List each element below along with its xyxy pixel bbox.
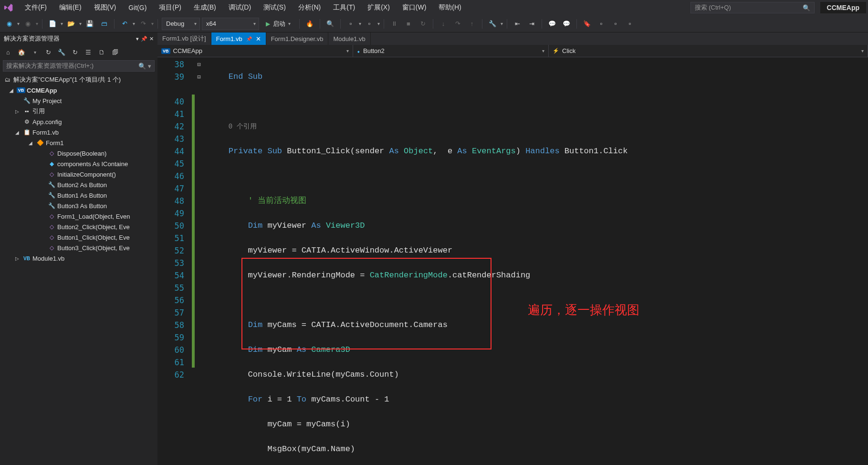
copy-icon[interactable]: 🗐	[110, 47, 120, 57]
module1-node[interactable]: ▷ VB Module1.vb	[0, 253, 157, 264]
button3-field-node[interactable]: 🔧 Button3 As Button	[0, 201, 157, 211]
save-button[interactable]: 💾	[84, 18, 96, 30]
nav-back-button[interactable]: ◉	[3, 18, 15, 30]
nav-object-dropdown[interactable]: ⬥ Button2 ▾	[353, 45, 549, 57]
app-config-node[interactable]: ⚙ App.config	[0, 116, 157, 127]
solution-node[interactable]: 🗂 解决方案"CCMEApp"(1 个项目/共 1 个)	[0, 74, 157, 85]
expander-icon[interactable]: ◢	[10, 88, 15, 93]
menu-window[interactable]: 窗口(W)	[397, 1, 432, 14]
config-dropdown[interactable]: Debug	[162, 18, 200, 30]
menu-debug[interactable]: 调试(D)	[223, 1, 257, 14]
button3-click-node[interactable]: ◇ Button3_Click(Object, Eve	[0, 243, 157, 253]
nav-method-dropdown[interactable]: ⚡ Click ▾	[549, 45, 868, 57]
tab-form1-designer[interactable]: Form1.Designer.vb	[266, 32, 329, 45]
start-debug-button[interactable]: ▶ 启动 ▾	[261, 18, 295, 30]
code-content[interactable]: End Sub 0 个引用 Private Sub Button1_Click(…	[203, 57, 868, 465]
refresh-icon[interactable]: ↻	[70, 47, 80, 57]
nav-forward-button[interactable]: ◉	[21, 18, 34, 30]
form-icon: 📋	[23, 129, 31, 136]
button-b[interactable]: ▫	[363, 18, 376, 30]
sync-icon[interactable]: 🏠	[16, 47, 27, 57]
stop-button[interactable]: ■	[402, 18, 415, 30]
button2-click-node[interactable]: ◇ Button2_Click(Object, Eve	[0, 222, 157, 232]
open-button[interactable]: 📂	[65, 18, 77, 30]
step-over-button[interactable]: ↷	[451, 18, 464, 30]
tab-form1-design[interactable]: Form1.vb [设计]	[157, 32, 211, 45]
my-project-node[interactable]: 🔧 My Project	[0, 95, 157, 106]
code-editor[interactable]: 3839404142434445464748495051525354555657…	[157, 57, 868, 465]
new-project-button[interactable]: 📄	[46, 18, 59, 30]
panel-close-icon[interactable]: ✕	[149, 36, 154, 42]
menu-file[interactable]: 文件(F)	[19, 1, 52, 14]
form1-vb-node[interactable]: ◢ 📋 Form1.vb	[0, 127, 157, 137]
menu-git[interactable]: Git(G)	[123, 2, 152, 13]
redo-button[interactable]: ↷	[137, 18, 149, 30]
button1-click-node[interactable]: ◇ Button1_Click(Object, Eve	[0, 232, 157, 243]
pin-icon[interactable]: 📌	[246, 36, 252, 42]
solution-search-input[interactable]: 搜索解决方案资源管理器(Ctrl+;) 🔍 ▾	[3, 60, 155, 72]
tab-form1-vb[interactable]: Form1.vb 📌 ✕	[211, 32, 266, 45]
restart-button[interactable]: ↻	[417, 18, 429, 30]
extra-2[interactable]: ▫	[609, 18, 622, 30]
init-component-node[interactable]: ◇ InitializeComponent()	[0, 169, 157, 180]
indent-out-button[interactable]: ⇤	[511, 18, 523, 30]
nav-scope-dropdown[interactable]: VB CCMEApp ▾	[157, 45, 353, 57]
field-icon: ◆	[48, 160, 55, 167]
menu-test[interactable]: 测试(S)	[258, 1, 292, 14]
view-icon[interactable]: 🗋	[96, 47, 107, 57]
uncomment-button[interactable]: 💬	[560, 18, 573, 30]
tab-module1[interactable]: Module1.vb	[328, 32, 370, 45]
panel-dropdown-icon[interactable]: ▾	[136, 36, 139, 42]
close-icon[interactable]: ✕	[256, 35, 261, 42]
play-icon: ▶	[266, 21, 270, 27]
menu-build[interactable]: 生成(B)	[188, 1, 222, 14]
find-in-files-button[interactable]: 🔍	[324, 18, 336, 30]
menu-project[interactable]: 项目(P)	[153, 1, 187, 14]
comment-button[interactable]: 💬	[546, 18, 558, 30]
undo-button[interactable]: ↶	[118, 18, 131, 30]
save-all-button[interactable]: 🗃	[98, 18, 110, 30]
components-field-node[interactable]: ◆ components As IContaine	[0, 159, 157, 169]
pause-button[interactable]: ⏸	[388, 18, 400, 30]
hot-reload-button[interactable]: 🔥	[303, 18, 316, 30]
form1-load-node[interactable]: ◇ Form1_Load(Object, Even	[0, 211, 157, 222]
codelens-references[interactable]: 0 个引用	[229, 123, 257, 130]
menu-extensions[interactable]: 扩展(X)	[362, 1, 396, 14]
method-icon: ◇	[48, 244, 55, 251]
button2-field-node[interactable]: 🔧 Button2 As Button	[0, 180, 157, 190]
expander-icon[interactable]: ◢	[15, 130, 21, 135]
menu-view[interactable]: 视图(V)	[88, 1, 122, 14]
project-node[interactable]: ◢ VB CCMEApp	[0, 85, 157, 95]
global-search-input[interactable]: 搜索 (Ctrl+Q) 🔍	[690, 2, 815, 13]
step-into-button[interactable]: ↓	[437, 18, 450, 30]
toggle-1[interactable]: 🔧	[486, 18, 499, 30]
collapse-icon[interactable]: ↻	[43, 47, 53, 57]
indent-in-button[interactable]: ⇥	[525, 18, 538, 30]
form1-class-node[interactable]: ◢ 🔶 Form1	[0, 137, 157, 148]
props-icon[interactable]: ☰	[83, 47, 94, 57]
expander-icon[interactable]: ▷	[15, 256, 21, 261]
extra-1[interactable]: ▫	[595, 18, 607, 30]
line-number-gutter: 3839404142434445464748495051525354555657…	[157, 57, 192, 465]
references-node[interactable]: ▷ ▪▪ 引用	[0, 106, 157, 116]
button-a[interactable]: ▫	[345, 18, 357, 30]
panel-pin-icon[interactable]: 📌	[141, 36, 147, 42]
menu-analyze[interactable]: 分析(N)	[293, 1, 326, 14]
button1-field-node[interactable]: 🔧 Button1 As Button	[0, 190, 157, 201]
platform-dropdown[interactable]: x64	[202, 18, 259, 30]
vb-project-icon: VB	[17, 87, 25, 93]
bookmark-button[interactable]: 🔖	[581, 18, 593, 30]
method-icon: ◇	[48, 223, 55, 230]
menu-tools[interactable]: 工具(T)	[327, 1, 361, 14]
show-all-icon[interactable]: 🔧	[56, 47, 67, 57]
expander-icon[interactable]: ▷	[15, 109, 21, 114]
home-icon[interactable]: ⌂	[3, 47, 13, 57]
step-out-button[interactable]: ↑	[466, 18, 478, 30]
menu-help[interactable]: 帮助(H)	[433, 1, 467, 14]
search-icon: 🔍 ▾	[138, 63, 151, 70]
expander-icon[interactable]: ◢	[29, 140, 34, 146]
menu-edit[interactable]: 编辑(E)	[53, 1, 87, 14]
extra-3[interactable]: ▫	[624, 18, 636, 30]
dispose-method-node[interactable]: ◇ Dispose(Boolean)	[0, 148, 157, 159]
references-icon: ▪▪	[23, 108, 31, 115]
